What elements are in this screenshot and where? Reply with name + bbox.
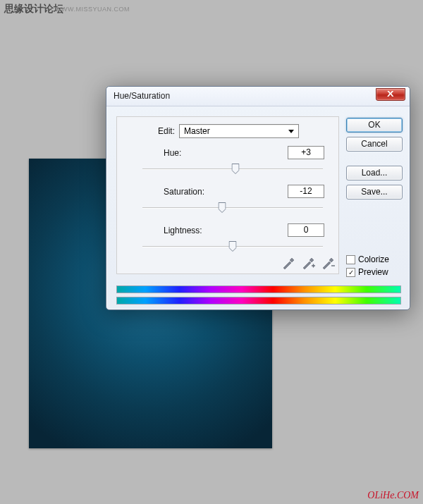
spectrum-top xyxy=(116,285,401,293)
hue-slider[interactable] xyxy=(142,164,323,175)
slider-thumb-icon xyxy=(218,202,226,214)
slider-thumb-icon xyxy=(229,241,237,252)
lightness-value-input[interactable]: 0 xyxy=(288,223,324,237)
bottom-brand: OLiHe.COM xyxy=(367,490,419,501)
colorize-checkbox[interactable]: Colorize xyxy=(346,254,417,264)
hue-slider-thumb[interactable] xyxy=(231,164,239,175)
close-icon: X xyxy=(387,89,394,99)
save-button[interactable]: Save... xyxy=(346,185,403,199)
load-button[interactable]: Load... xyxy=(346,166,403,180)
checkbox-icon xyxy=(346,255,355,264)
eyedropper-plus-icon[interactable] xyxy=(301,257,315,270)
dialog-title: Hue/Saturation xyxy=(114,91,170,101)
dialog-checkboxes: Colorize ✓ Preview xyxy=(346,254,417,280)
hue-value-input[interactable]: +3 xyxy=(288,146,324,159)
slider-thumb-icon xyxy=(231,164,239,175)
dialog-titlebar[interactable]: Hue/Saturation X xyxy=(106,87,410,106)
saturation-slider[interactable] xyxy=(142,202,323,214)
page-url: WWW.MISSYUAN.COM xyxy=(55,6,130,13)
saturation-value-input[interactable]: -12 xyxy=(288,185,324,198)
saturation-slider-thumb[interactable] xyxy=(218,202,226,214)
cancel-button[interactable]: Cancel xyxy=(346,137,403,152)
slider-track xyxy=(142,207,323,209)
spectrum-bottom xyxy=(116,297,401,305)
dialog-body: Edit: Master Hue: +3 Saturation: -1 xyxy=(106,106,410,123)
edit-label: Edit: xyxy=(117,126,175,136)
chevron-down-icon xyxy=(288,130,294,133)
hue-saturation-dialog: Hue/Saturation X Edit: Master Hue: +3 xyxy=(106,86,410,310)
saturation-label: Saturation: xyxy=(164,187,204,197)
close-button[interactable]: X xyxy=(376,88,405,101)
preview-checkbox[interactable]: ✓ Preview xyxy=(346,267,417,277)
lightness-slider-thumb[interactable] xyxy=(229,241,237,252)
edit-combo[interactable]: Master xyxy=(179,124,299,138)
lightness-slider[interactable] xyxy=(142,241,323,252)
eyedropper-icon[interactable] xyxy=(281,257,295,270)
checkbox-icon: ✓ xyxy=(346,268,355,277)
hue-label: Hue: xyxy=(164,148,181,158)
params-group: Edit: Master Hue: +3 Saturation: -1 xyxy=(116,116,339,274)
preview-label: Preview xyxy=(358,267,388,277)
lightness-label: Lightness: xyxy=(164,226,202,235)
spectra xyxy=(116,285,401,305)
dialog-side-buttons: OK Cancel Load... Save... xyxy=(346,118,403,204)
ok-button[interactable]: OK xyxy=(346,118,403,133)
eyedropper-minus-icon[interactable] xyxy=(321,257,335,270)
colorize-label: Colorize xyxy=(358,254,389,264)
eyedropper-tools xyxy=(281,257,335,270)
edit-combo-value: Master xyxy=(184,126,210,136)
